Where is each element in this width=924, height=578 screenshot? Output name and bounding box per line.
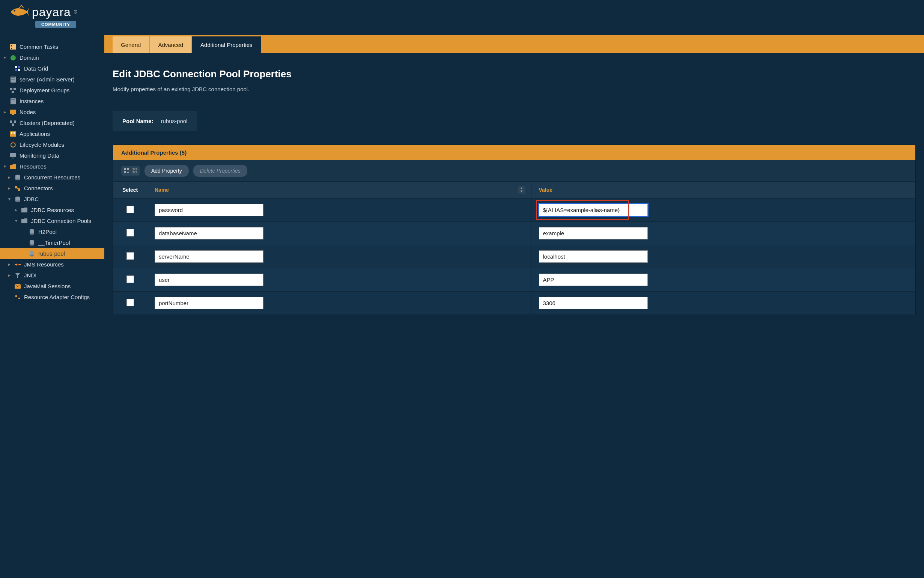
deselect-all-icon[interactable] bbox=[132, 168, 137, 174]
sidebar-item-jdbc-pools[interactable]: ▼ JDBC Connection Pools bbox=[0, 216, 104, 226]
cluster-icon bbox=[10, 120, 16, 126]
svg-rect-3 bbox=[11, 47, 12, 47]
sidebar-item-label: Clusters (Deprecated) bbox=[19, 120, 75, 126]
svg-rect-7 bbox=[18, 66, 20, 68]
property-name-input[interactable] bbox=[155, 297, 263, 309]
sidebar-item-label: Resources bbox=[19, 163, 47, 170]
tree-expand-icon[interactable]: ► bbox=[3, 110, 7, 114]
property-name-input[interactable] bbox=[155, 227, 263, 239]
sidebar-item-jdbc-resources[interactable]: ► JDBC Resources bbox=[0, 205, 104, 216]
sidebar-item-h2pool[interactable]: ► H2Pool bbox=[0, 226, 104, 237]
pool-name-label: Pool Name: bbox=[122, 118, 154, 124]
table-row bbox=[113, 222, 915, 245]
svg-rect-24 bbox=[11, 132, 12, 134]
svg-rect-21 bbox=[14, 120, 16, 123]
row-checkbox[interactable] bbox=[126, 206, 134, 213]
tab-general[interactable]: General bbox=[113, 36, 149, 53]
column-header-name[interactable]: Name ▲▼ bbox=[147, 182, 532, 198]
tree-collapse-icon[interactable]: ▼ bbox=[8, 197, 11, 201]
add-property-button[interactable]: Add Property bbox=[144, 165, 189, 177]
folder-icon bbox=[21, 207, 28, 213]
table-row bbox=[113, 198, 915, 222]
tree-collapse-icon[interactable]: ▼ bbox=[3, 164, 7, 169]
sidebar-item-monitoring[interactable]: ► Monitoring Data bbox=[0, 150, 104, 161]
sidebar-item-label: JDBC bbox=[24, 196, 39, 202]
tree-expand-icon[interactable]: ► bbox=[8, 262, 11, 266]
apps-icon bbox=[10, 131, 16, 137]
tab-advanced[interactable]: Advanced bbox=[150, 36, 191, 53]
property-value-input[interactable] bbox=[539, 250, 648, 263]
property-value-input[interactable] bbox=[539, 274, 648, 286]
column-header-value[interactable]: Value bbox=[531, 182, 915, 198]
svg-rect-22 bbox=[12, 123, 14, 126]
sidebar-item-timerpool[interactable]: ► __TimerPool bbox=[0, 237, 104, 248]
monitor-icon bbox=[10, 109, 16, 115]
tree-collapse-icon[interactable]: ▼ bbox=[3, 55, 7, 60]
sidebar-item-jndi[interactable]: ► JNDI bbox=[0, 270, 104, 281]
sidebar-item-rubus-pool[interactable]: ► rubus-pool bbox=[0, 248, 104, 259]
group-icon bbox=[10, 88, 16, 93]
sidebar-item-concurrent[interactable]: ► Concurrent Resources bbox=[0, 172, 104, 183]
highlighted-value bbox=[539, 204, 648, 216]
svg-rect-17 bbox=[11, 99, 15, 100]
row-checkbox[interactable] bbox=[126, 276, 134, 283]
svg-rect-13 bbox=[10, 88, 12, 90]
sidebar-item-clusters[interactable]: ► Clusters (Deprecated) bbox=[0, 117, 104, 128]
table-row bbox=[113, 268, 915, 292]
sidebar-item-label: __TimerPool bbox=[38, 239, 70, 246]
property-name-input[interactable] bbox=[155, 204, 263, 216]
sidebar-item-connectors[interactable]: ► Connectors bbox=[0, 183, 104, 194]
property-name-input[interactable] bbox=[155, 274, 263, 286]
filter-icon bbox=[14, 273, 21, 279]
main-content: ◀◀ General Advanced Additional Propertie… bbox=[104, 35, 924, 578]
tab-additional-properties[interactable]: Additional Properties bbox=[192, 36, 261, 53]
sidebar-item-label: Connectors bbox=[24, 185, 53, 192]
sidebar-item-domain[interactable]: ▼ Domain bbox=[0, 52, 104, 63]
row-checkbox[interactable] bbox=[126, 299, 134, 306]
sidebar-item-javamail[interactable]: ► JavaMail Sessions bbox=[0, 281, 104, 292]
folder-icon bbox=[21, 218, 28, 224]
tree-expand-icon[interactable]: ► bbox=[8, 175, 11, 179]
sidebar-item-resource-adapter[interactable]: ► Resource Adapter Configs bbox=[0, 292, 104, 302]
sidebar-item-common-tasks[interactable]: ► Common Tasks bbox=[0, 41, 104, 52]
select-all-icon[interactable] bbox=[124, 168, 130, 174]
sidebar-item-applications[interactable]: ► Applications bbox=[0, 128, 104, 139]
row-checkbox[interactable] bbox=[126, 252, 134, 260]
sidebar-item-nodes[interactable]: ► Nodes bbox=[0, 107, 104, 117]
page-description: Modify properties of an existing JDBC co… bbox=[113, 86, 916, 93]
svg-rect-12 bbox=[11, 79, 15, 80]
property-name-input[interactable] bbox=[155, 250, 263, 263]
fish-icon bbox=[9, 5, 30, 19]
property-value-input[interactable] bbox=[539, 227, 648, 239]
property-value-input[interactable] bbox=[539, 297, 648, 309]
svg-point-5 bbox=[10, 55, 16, 60]
sort-icon[interactable]: ▲▼ bbox=[518, 186, 525, 194]
sidebar-item-server[interactable]: ► server (Admin Server) bbox=[0, 74, 104, 85]
svg-point-43 bbox=[30, 244, 34, 245]
sidebar-item-lifecycle[interactable]: ► Lifecycle Modules bbox=[0, 139, 104, 150]
sidebar-item-label: JavaMail Sessions bbox=[24, 283, 71, 289]
sidebar-item-label: JNDI bbox=[24, 272, 36, 279]
tree-expand-icon[interactable]: ► bbox=[8, 273, 11, 278]
svg-point-27 bbox=[12, 142, 14, 143]
sidebar-item-data-grid[interactable]: ► Data Grid bbox=[0, 63, 104, 74]
svg-point-37 bbox=[15, 200, 20, 202]
sidebar-item-resources[interactable]: ▼ Resources bbox=[0, 161, 104, 172]
sidebar-item-jms[interactable]: ► JMS Resources bbox=[0, 259, 104, 270]
property-value-input[interactable] bbox=[539, 204, 648, 216]
tree-expand-icon[interactable]: ► bbox=[14, 208, 18, 212]
select-tools[interactable] bbox=[121, 166, 140, 175]
svg-rect-11 bbox=[11, 77, 15, 78]
sidebar-item-instances[interactable]: ► Instances bbox=[0, 96, 104, 107]
svg-rect-48 bbox=[124, 168, 126, 170]
row-checkbox[interactable] bbox=[126, 229, 134, 237]
delete-properties-button[interactable]: Delete Properties bbox=[193, 165, 247, 177]
jms-icon bbox=[14, 261, 21, 268]
sidebar-item-deployment-groups[interactable]: ► Deployment Groups bbox=[0, 85, 104, 96]
tree-collapse-icon[interactable]: ▼ bbox=[14, 219, 18, 223]
tree-expand-icon[interactable]: ► bbox=[8, 186, 11, 190]
column-header-select: Select bbox=[113, 182, 147, 198]
svg-rect-25 bbox=[13, 132, 15, 134]
sidebar-item-jdbc[interactable]: ▼ JDBC bbox=[0, 194, 104, 205]
sidebar-item-label: Applications bbox=[19, 131, 50, 137]
